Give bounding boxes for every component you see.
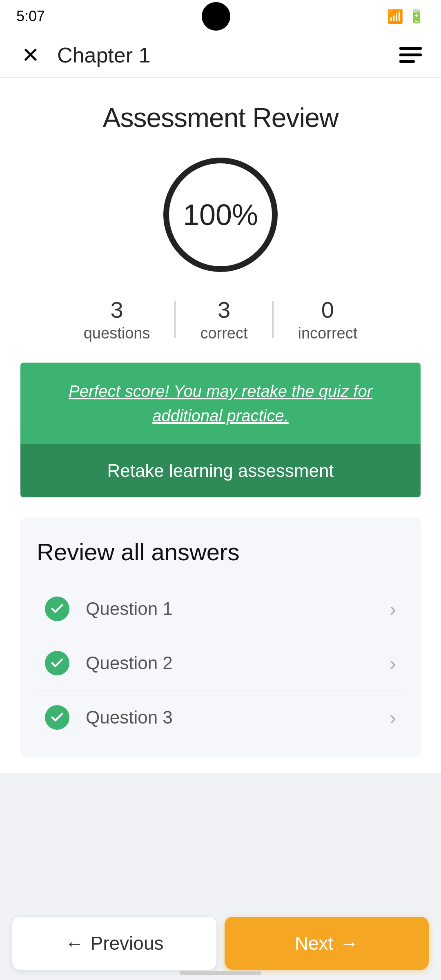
- correct-label: correct: [200, 325, 247, 342]
- question-item-3[interactable]: Question 3 ›: [37, 690, 404, 744]
- bottom-nav: ← Previous Next →: [0, 906, 441, 980]
- stat-correct: 3 correct: [176, 296, 272, 342]
- menu-button[interactable]: [396, 41, 425, 69]
- check-icon-1: [45, 597, 69, 621]
- previous-label: Previous: [91, 932, 164, 954]
- correct-number: 3: [218, 296, 230, 323]
- chevron-right-3: ›: [390, 706, 396, 729]
- score-percent: 100%: [183, 198, 258, 232]
- stats-row: 3 questions 3 correct 0 incorrect: [20, 296, 421, 342]
- question-item-2[interactable]: Question 2 ›: [37, 636, 404, 690]
- banner-message: Perfect score! You may retake the quiz f…: [20, 363, 421, 444]
- next-label: Next: [295, 932, 334, 954]
- check-icon-2: [45, 651, 69, 675]
- question-item-1[interactable]: Question 1 ›: [37, 582, 404, 636]
- status-icons: 📶 🔋: [387, 9, 425, 24]
- questions-number: 3: [110, 296, 123, 323]
- incorrect-number: 0: [321, 296, 334, 323]
- nav-title: Chapter 1: [45, 43, 396, 67]
- next-button[interactable]: Next →: [225, 917, 429, 970]
- close-icon: ✕: [22, 45, 40, 66]
- wifi-icon: 📶: [387, 9, 403, 24]
- menu-icon: [399, 47, 422, 63]
- nav-bar: ✕ Chapter 1: [0, 33, 441, 78]
- prev-arrow-icon: ←: [65, 932, 84, 954]
- retake-button[interactable]: Retake learning assessment: [20, 444, 421, 497]
- chevron-right-1: ›: [390, 598, 396, 620]
- battery-icon: 🔋: [408, 9, 425, 24]
- stat-incorrect: 0 incorrect: [274, 296, 382, 342]
- stat-questions: 3 questions: [59, 296, 175, 342]
- score-circle-container: 100%: [20, 158, 421, 272]
- score-circle: 100%: [163, 158, 278, 272]
- bottom-indicator: [180, 971, 261, 975]
- question-3-label: Question 3: [86, 707, 390, 728]
- review-all-answers-title: Review all answers: [37, 538, 404, 566]
- next-arrow-icon: →: [340, 932, 359, 954]
- question-2-label: Question 2: [86, 653, 390, 673]
- chevron-right-2: ›: [390, 652, 396, 675]
- question-list: Question 1 › Question 2 ›: [37, 582, 404, 744]
- assessment-review-title: Assessment Review: [20, 102, 421, 133]
- review-section: Review all answers Question 1 ›: [20, 518, 421, 757]
- question-1-label: Question 1: [86, 599, 390, 619]
- close-button[interactable]: ✕: [16, 41, 45, 69]
- questions-label: questions: [84, 325, 150, 342]
- status-time: 5:07: [16, 8, 45, 25]
- main-content: Assessment Review 100% 3 questions 3 cor…: [0, 78, 441, 773]
- status-bar: 5:07 📶 🔋: [0, 0, 441, 33]
- previous-button[interactable]: ← Previous: [12, 917, 216, 970]
- camera-dot: [202, 2, 230, 31]
- green-banner: Perfect score! You may retake the quiz f…: [20, 363, 421, 497]
- check-icon-3: [45, 705, 69, 730]
- incorrect-label: incorrect: [298, 325, 358, 342]
- bottom-spacer: [0, 773, 441, 855]
